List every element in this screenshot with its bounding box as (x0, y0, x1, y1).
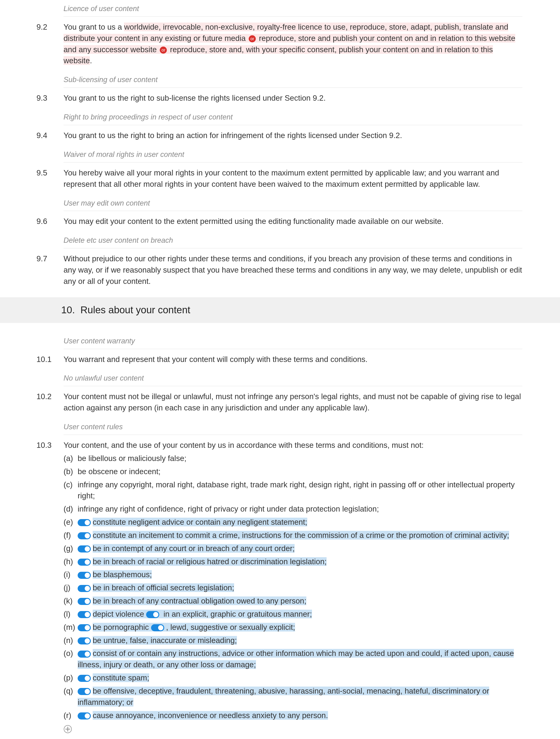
sub-letter: (k) (63, 595, 78, 607)
toggle-icon[interactable] (78, 650, 91, 657)
or-badge-icon[interactable]: or (160, 46, 167, 54)
sub-item-q: (q) be offensive, deceptive, fraudulent,… (63, 685, 522, 709)
annotation-user-rules: User content rules (63, 418, 522, 435)
sub-letter: (o) (63, 648, 78, 670)
highlight-blue: be in breach of official secrets legisla… (93, 583, 234, 592)
sub-text: depict violence in an explicit, graphic … (78, 608, 522, 620)
clause-9-4: 9.4 You grant to us the right to bring a… (0, 125, 560, 146)
sub-text: constitute spam; (78, 672, 522, 684)
sub-item-o: (o) consist of or contain any instructio… (63, 647, 522, 671)
or-badge-icon[interactable]: or (249, 35, 256, 42)
toggle-icon[interactable] (78, 688, 91, 695)
sub-item-c: (c) infringe any copyright, moral right,… (63, 478, 522, 502)
clause-body: You warrant and represent that your cont… (63, 354, 522, 365)
clause-number: 9.5 (0, 167, 63, 190)
sub-text: be in breach of any contractual obligati… (78, 595, 522, 607)
sub-text: cause annoyance, inconvenience or needle… (78, 710, 522, 721)
sub-text: be blasphemous; (78, 569, 522, 580)
clause-post: . (90, 56, 92, 65)
sub-letter: (m) (63, 622, 78, 633)
sub-text: be obscene or indecent; (78, 466, 522, 477)
sub-text: be libellous or maliciously false; (78, 453, 522, 464)
highlight-blue: constitute spam; (93, 674, 149, 682)
sub-text: be pornographic , lewd, suggestive or se… (78, 622, 522, 633)
sub-clause-list: (a) be libellous or maliciously false; (… (63, 452, 522, 736)
sub-item-a: (a) be libellous or maliciously false; (63, 452, 522, 465)
clause-number: 10.3 (0, 440, 63, 736)
annotation-text: Licence of user content (63, 4, 139, 13)
sub-letter: (r) (63, 710, 78, 721)
section-10-heading: 10. Rules about your content (0, 297, 560, 323)
toggle-icon[interactable] (78, 546, 91, 553)
clause-number: 9.7 (0, 253, 63, 287)
toggle-icon[interactable] (151, 624, 164, 631)
annotation-text: User content warranty (63, 337, 135, 345)
annotation-text: User content rules (63, 423, 123, 431)
annotation-text: No unlawful user content (63, 374, 144, 382)
annotation-text: Waiver of moral rights in user content (63, 150, 184, 159)
sub-item-d: (d) infringe any right of confidence, ri… (63, 502, 522, 515)
clause-10-1: 10.1 You warrant and represent that your… (0, 349, 560, 370)
toggle-icon[interactable] (78, 585, 91, 592)
highlight-blue: be offensive, deceptive, fraudulent, thr… (78, 687, 489, 707)
clause-pre: You grant to us a (63, 23, 124, 31)
toggle-icon[interactable] (78, 519, 91, 526)
annotation-user-edit: User may edit own content (63, 194, 522, 211)
clause-body: You grant to us the right to bring an ac… (63, 130, 522, 141)
sub-item-l: (l) depict violence in an explicit, grap… (63, 607, 522, 621)
clause-body: You grant to us the right to sub-license… (63, 93, 522, 104)
toggle-icon[interactable] (78, 675, 91, 682)
sub-letter: (f) (63, 530, 78, 541)
sub-item-f: (f) constitute an incitement to commit a… (63, 529, 522, 542)
clause-9-5: 9.5 You hereby waive all your moral righ… (0, 162, 560, 194)
section-title: Rules about your content (81, 304, 190, 315)
highlight-blue: , lewd, suggestive or sexually explicit; (166, 623, 295, 631)
clause-body: Without prejudice to our other rights un… (63, 253, 522, 287)
sub-letter: (j) (63, 582, 78, 593)
clause-number: 9.4 (0, 130, 63, 141)
toggle-icon[interactable] (78, 572, 91, 579)
sub-item-e: (e) constitute negligent advice or conta… (63, 515, 522, 529)
toggle-icon[interactable] (78, 637, 91, 644)
clause-number: 10.1 (0, 354, 63, 365)
toggle-icon[interactable] (78, 559, 91, 566)
sub-text: consist of or contain any instructions, … (78, 648, 522, 670)
toggle-icon[interactable] (78, 532, 91, 539)
add-clause-icon[interactable] (63, 725, 72, 733)
toggle-icon[interactable] (78, 598, 91, 605)
toggle-icon[interactable] (78, 712, 91, 720)
annotation-delete-breach: Delete etc user content on breach (63, 232, 522, 248)
clause-body: Your content must not be illegal or unla… (63, 391, 522, 414)
sub-item-p: (p) constitute spam; (63, 671, 522, 685)
annotation-text: Sub-licensing of user content (63, 76, 158, 84)
annotation-text: Delete etc user content on breach (63, 236, 173, 244)
clause-number: 9.3 (0, 93, 63, 104)
highlight-blue: be in contempt of any court or in breach… (93, 544, 295, 553)
sub-text: infringe any right of confidence, right … (78, 503, 522, 514)
clause-body: Your content, and the use of your conten… (63, 440, 522, 736)
sub-letter: (g) (63, 543, 78, 554)
clause-body: You hereby waive all your moral rights i… (63, 167, 522, 190)
sub-item-k: (k) be in breach of any contractual obli… (63, 594, 522, 607)
section-number: 10. (61, 304, 75, 315)
clause-body: You grant to us a worldwide, irrevocable… (63, 21, 522, 66)
highlight-blue: be blasphemous; (93, 570, 152, 579)
toggle-icon[interactable] (78, 611, 91, 618)
highlight-blue: in an explicit, graphic or gratuitous ma… (161, 610, 312, 618)
clause-body: You may edit your content to the extent … (63, 216, 522, 227)
clause-10-3: 10.3 Your content, and the use of your c… (0, 435, 560, 739)
highlight-blue: constitute negligent advice or contain a… (93, 518, 307, 527)
sub-letter: (l) (63, 608, 78, 620)
clause-9-7: 9.7 Without prejudice to our other right… (0, 248, 560, 292)
or-wrap: or (157, 45, 168, 54)
toggle-icon[interactable] (146, 611, 159, 618)
sub-text: be untrue, false, inaccurate or misleadi… (78, 635, 522, 646)
sub-letter: (q) (63, 685, 78, 708)
sub-text: be in contempt of any court or in breach… (78, 543, 522, 554)
toggle-icon[interactable] (78, 624, 91, 631)
clause-number: 9.6 (0, 216, 63, 227)
highlight-blue: constitute an incitement to commit a cri… (93, 531, 509, 540)
clause-intro: Your content, and the use of your conten… (63, 440, 522, 451)
clause-9-2: 9.2 You grant to us a worldwide, irrevoc… (0, 17, 560, 71)
sub-letter: (n) (63, 635, 78, 646)
